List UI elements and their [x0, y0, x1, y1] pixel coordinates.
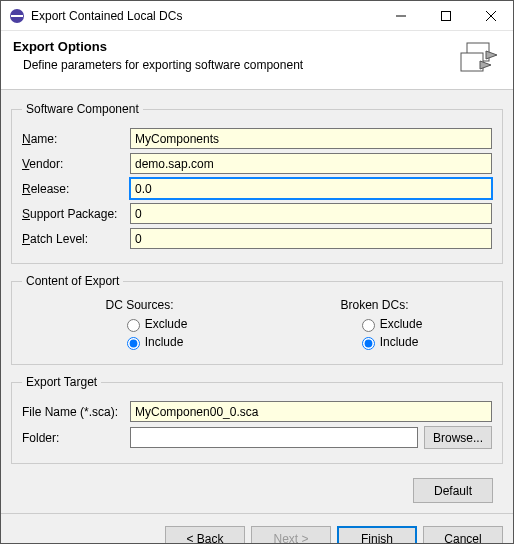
name-input[interactable] [130, 128, 492, 149]
close-icon [486, 11, 496, 21]
support-package-label: Support Package: [22, 207, 130, 221]
content-of-export-group: Content of Export DC Sources: Exclude In… [11, 274, 503, 365]
broken-exclude-radio[interactable] [362, 319, 375, 332]
export-target-legend: Export Target [22, 375, 101, 389]
export-target-group: Export Target File Name (*.sca): Folder:… [11, 375, 503, 464]
finish-button[interactable]: Finish [337, 526, 417, 544]
vendor-input[interactable] [130, 153, 492, 174]
back-button[interactable]: < Back [165, 526, 245, 544]
maximize-button[interactable] [423, 1, 468, 30]
release-input[interactable] [130, 178, 492, 199]
minimize-icon [396, 11, 406, 21]
content-of-export-legend: Content of Export [22, 274, 123, 288]
software-component-legend: Software Component [22, 102, 143, 116]
svg-marker-9 [480, 61, 491, 69]
minimize-button[interactable] [378, 1, 423, 30]
filename-label: File Name (*.sca): [22, 405, 130, 419]
titlebar: Export Contained Local DCs [1, 1, 513, 31]
dc-sources-include-label: Include [145, 335, 184, 349]
dc-sources-exclude-label: Exclude [145, 317, 188, 331]
svg-rect-1 [11, 15, 23, 17]
dc-sources-column: DC Sources: Exclude Include [92, 298, 188, 352]
default-button[interactable]: Default [413, 478, 493, 503]
next-button: Next > [251, 526, 331, 544]
folder-input[interactable] [130, 427, 418, 448]
broken-include-label: Include [380, 335, 419, 349]
vendor-label: Vendor: [22, 157, 130, 171]
dc-sources-label: DC Sources: [92, 298, 188, 312]
close-button[interactable] [468, 1, 513, 30]
broken-exclude-label: Exclude [380, 317, 423, 331]
broken-dcs-column: Broken DCs: Exclude Include [327, 298, 423, 352]
svg-rect-3 [441, 11, 450, 20]
name-label: Name: [22, 132, 130, 146]
export-icon [453, 39, 501, 79]
footer: < Back Next > Finish Cancel [1, 513, 513, 544]
dc-sources-include-radio[interactable] [127, 337, 140, 350]
app-icon [9, 8, 25, 24]
filename-input[interactable] [130, 401, 492, 422]
header: Export Options Define parameters for exp… [1, 31, 513, 90]
support-package-input[interactable] [130, 203, 492, 224]
page-subtitle: Define parameters for exporting software… [23, 58, 453, 72]
cancel-button[interactable]: Cancel [423, 526, 503, 544]
page-title: Export Options [13, 39, 453, 54]
content-area: Software Component Name: Vendor: Release… [1, 90, 513, 513]
patch-level-input[interactable] [130, 228, 492, 249]
patch-level-label: Patch Level: [22, 232, 130, 246]
broken-include-radio[interactable] [362, 337, 375, 350]
browse-button[interactable]: Browse... [424, 426, 492, 449]
dc-sources-exclude-radio[interactable] [127, 319, 140, 332]
window-title: Export Contained Local DCs [31, 9, 378, 23]
window-buttons [378, 1, 513, 30]
release-label: Release: [22, 182, 130, 196]
broken-dcs-label: Broken DCs: [327, 298, 423, 312]
svg-marker-8 [486, 51, 497, 59]
maximize-icon [441, 11, 451, 21]
folder-label: Folder: [22, 431, 130, 445]
software-component-group: Software Component Name: Vendor: Release… [11, 102, 503, 264]
